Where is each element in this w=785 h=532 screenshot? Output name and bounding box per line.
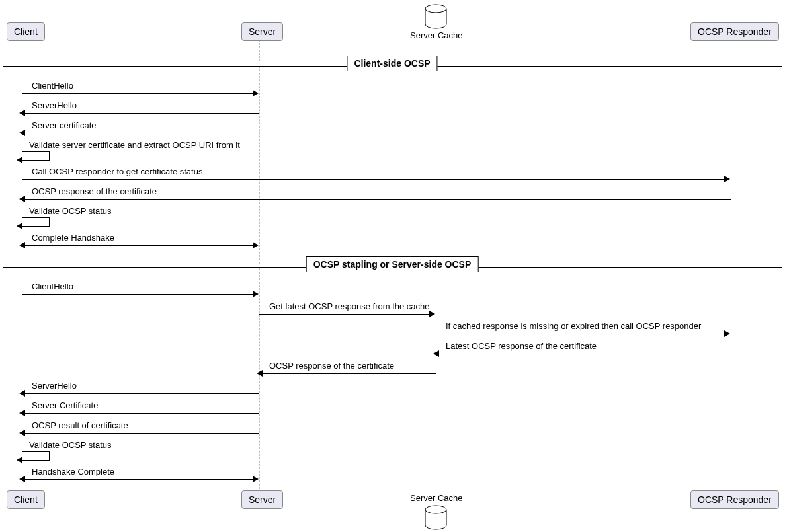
- arrow-head: [19, 130, 25, 136]
- arrow: [24, 413, 259, 414]
- msg-latest-ocsp: Latest OCSP response of the certificate: [446, 341, 597, 351]
- msg-validate-ocsp-1: Validate OCSP status: [29, 206, 112, 216]
- lifeline-ocsp: [731, 40, 731, 499]
- arrow-head: [19, 410, 25, 416]
- self-arrow: [22, 451, 50, 461]
- msg-serverhello-1: ServerHello: [32, 100, 77, 110]
- arrow: [24, 113, 259, 114]
- msg-call-ocsp: Call OCSP responder to get certificate s…: [32, 167, 202, 176]
- msg-complete-handshake: Complete Handshake: [32, 233, 114, 243]
- arrow-head: [433, 350, 439, 357]
- msg-validate-ocsp-2: Validate OCSP status: [29, 440, 112, 450]
- arrow-head: [19, 476, 25, 482]
- arrow-head: [19, 110, 25, 116]
- sequence-diagram: Server Cache Client Server OCSP Responde…: [0, 0, 785, 532]
- arrow-head: [253, 90, 259, 96]
- msg-ocsp-result: OCSP result of certificate: [32, 420, 128, 430]
- arrow: [24, 199, 731, 200]
- arrow: [22, 179, 728, 180]
- msg-cache-miss: If cached response is missing or expired…: [446, 321, 701, 331]
- msg-server-cert: Server certificate: [32, 120, 97, 130]
- participant-cache-bottom: Server Cache: [410, 493, 462, 503]
- msg-ocsp-response-1: OCSP response of the certificate: [32, 186, 157, 196]
- arrow: [259, 314, 433, 315]
- arrow-head: [724, 330, 730, 337]
- msg-ocsp-response-2: OCSP response of the certificate: [269, 361, 394, 371]
- msg-clienthello-2: ClientHello: [32, 282, 73, 291]
- participant-client-bottom: Client: [7, 490, 45, 509]
- self-arrow: [22, 151, 50, 161]
- participant-server: Server: [241, 22, 283, 41]
- arrow-head: [19, 430, 25, 436]
- arrow-head: [253, 291, 259, 297]
- arrow-head: [19, 196, 25, 202]
- divider-stapling-label: OCSP stapling or Server-side OCSP: [306, 256, 479, 272]
- svg-point-0: [425, 5, 446, 13]
- arrow-head: [19, 242, 25, 248]
- database-icon: [424, 4, 448, 29]
- msg-serverhello-2: ServerHello: [32, 381, 77, 391]
- participant-client: Client: [7, 22, 45, 41]
- participant-server-bottom: Server: [241, 490, 283, 509]
- arrow: [24, 393, 259, 394]
- divider-client-side-label: Client-side OCSP: [347, 56, 437, 71]
- arrow: [438, 354, 731, 354]
- msg-server-cert-2: Server Certificate: [32, 400, 98, 410]
- arrow: [22, 93, 257, 94]
- lifeline-server: [259, 40, 260, 499]
- arrow-head: [253, 242, 259, 248]
- arrow: [24, 133, 259, 133]
- arrow-head: [724, 176, 730, 182]
- database-icon: [424, 505, 448, 530]
- arrow: [262, 373, 436, 374]
- arrow-head: [253, 476, 259, 482]
- arrow-head: [429, 311, 435, 317]
- arrow-head: [257, 370, 263, 377]
- participant-ocsp: OCSP Responder: [690, 22, 779, 41]
- msg-handshake-complete: Handshake Complete: [32, 467, 114, 476]
- msg-get-cache: Get latest OCSP response from the cache: [269, 301, 430, 311]
- arrow-head: [19, 390, 25, 397]
- arrow: [22, 294, 257, 295]
- msg-validate-cert: Validate server certificate and extract …: [29, 140, 240, 150]
- participant-ocsp-bottom: OCSP Responder: [690, 490, 779, 509]
- arrow: [24, 433, 259, 434]
- arrow: [24, 245, 257, 246]
- arrow: [24, 479, 257, 480]
- participant-cache: Server Cache: [410, 30, 462, 40]
- msg-clienthello-1: ClientHello: [32, 81, 73, 91]
- self-arrow: [22, 217, 50, 227]
- arrow: [436, 334, 728, 334]
- svg-point-1: [425, 506, 446, 513]
